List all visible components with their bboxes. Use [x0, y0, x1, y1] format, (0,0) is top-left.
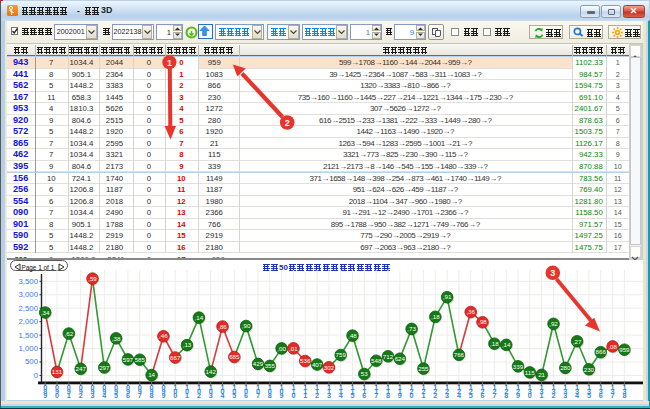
svg-text:,86: ,86 [218, 323, 227, 330]
svg-text:500: 500 [25, 357, 39, 366]
svg-text:,91: ,91 [443, 293, 452, 300]
svg-text:,48: ,48 [348, 332, 357, 339]
svg-text:,38: ,38 [112, 335, 121, 342]
svg-text:2,500: 2,500 [18, 304, 38, 313]
svg-text:,14: ,14 [195, 314, 204, 321]
svg-text:131: 131 [52, 368, 63, 375]
svg-text:,18: ,18 [490, 340, 499, 347]
svg-text:,90: ,90 [242, 322, 251, 329]
svg-text:14: 14 [148, 371, 155, 378]
svg-text:255: 255 [418, 365, 429, 372]
svg-text:866: 866 [596, 348, 607, 355]
svg-text:355: 355 [265, 362, 276, 369]
svg-text:,36: ,36 [466, 308, 475, 315]
svg-text:,46: ,46 [159, 332, 168, 339]
svg-text:759: 759 [336, 351, 347, 358]
svg-text:536: 536 [300, 357, 311, 364]
svg-text:,34: ,34 [41, 309, 50, 316]
svg-text:247: 247 [76, 365, 87, 372]
svg-text:,73: ,73 [407, 325, 416, 332]
svg-text:53: 53 [361, 370, 368, 377]
svg-text:667: 667 [170, 354, 181, 361]
svg-text:230: 230 [584, 366, 595, 373]
svg-text:959: 959 [619, 346, 630, 353]
svg-text:,08: ,08 [608, 343, 617, 350]
svg-text:3,500: 3,500 [18, 277, 38, 286]
svg-text:0: 0 [34, 371, 39, 380]
svg-text:,13: ,13 [183, 341, 192, 348]
svg-text:429: 429 [253, 360, 264, 367]
svg-text:3,000: 3,000 [18, 290, 38, 299]
svg-text:,14: ,14 [502, 341, 511, 348]
svg-text:766: 766 [454, 351, 465, 358]
svg-text:,18: ,18 [431, 313, 440, 320]
svg-text:,98: ,98 [478, 318, 487, 325]
svg-text:115: 115 [525, 369, 535, 376]
svg-text:,01: ,01 [289, 345, 298, 352]
svg-text:1,000: 1,000 [18, 344, 38, 353]
svg-text:,62: ,62 [64, 330, 73, 337]
svg-text:585: 585 [135, 356, 146, 363]
svg-text:624: 624 [395, 355, 406, 362]
svg-text:,00: ,00 [277, 345, 286, 352]
svg-text:2,000: 2,000 [18, 317, 38, 326]
svg-text:339: 339 [513, 363, 524, 370]
svg-text:548: 548 [371, 357, 382, 364]
svg-text:,27: ,27 [573, 338, 582, 345]
svg-text:,59: ,59 [88, 275, 97, 282]
svg-text:1,500: 1,500 [18, 331, 38, 340]
svg-text:21: 21 [538, 371, 545, 378]
svg-text:280: 280 [560, 364, 571, 371]
svg-text:142: 142 [206, 368, 217, 375]
svg-text:297: 297 [99, 364, 110, 371]
svg-text:,92: ,92 [549, 320, 558, 327]
svg-text:407: 407 [312, 361, 323, 368]
svg-text:712: 712 [383, 353, 394, 360]
svg-text:685: 685 [229, 353, 240, 360]
svg-text:597: 597 [123, 356, 134, 363]
svg-text:302: 302 [324, 364, 335, 371]
